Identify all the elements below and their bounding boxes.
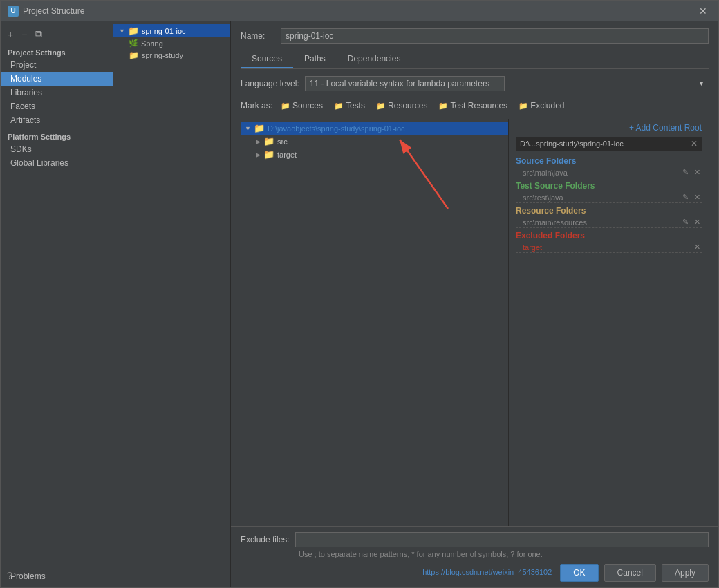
- module-tree-item-spring[interactable]: 🌿 Spring: [113, 37, 230, 49]
- props-panel: + Add Content Root D:\...spring-study\sp…: [508, 119, 709, 526]
- tests-mark-icon: 📁: [334, 102, 344, 111]
- module-tree-item-spring-01-ioc[interactable]: ▼ 📁 spring-01-ioc: [113, 24, 230, 37]
- tab-paths[interactable]: Paths: [293, 50, 337, 68]
- excluded-mark-icon: 📁: [519, 102, 528, 111]
- platform-settings-header: Platform Settings: [1, 127, 113, 142]
- source-folders-title: Source Folders: [516, 156, 702, 166]
- bottom-section: Exclude files: Use ; to separate name pa…: [231, 526, 718, 587]
- test-resources-mark-icon: 📁: [438, 102, 448, 111]
- edit-test-folder-button[interactable]: ✎: [681, 193, 690, 202]
- mark-tests-button[interactable]: 📁 Tests: [331, 99, 368, 112]
- mark-test-resources-button[interactable]: 📁 Test Resources: [436, 99, 510, 112]
- tab-dependencies[interactable]: Dependencies: [337, 50, 412, 68]
- tests-mark-label: Tests: [346, 101, 365, 111]
- remove-excluded-folder-button[interactable]: ✕: [693, 243, 702, 252]
- sidebar-item-sdks[interactable]: SDKs: [1, 142, 113, 156]
- sidebar-item-modules[interactable]: Modules: [1, 72, 113, 86]
- module-tree-item-spring-study[interactable]: 📁 spring-study: [113, 49, 230, 61]
- language-level-select[interactable]: 11 - Local variable syntax for lambda pa…: [305, 76, 505, 91]
- expand-arrow-spring-01-ioc: ▼: [119, 28, 125, 35]
- tree-root-folder[interactable]: ▼ 📁 D:\javaobjects\spring-study\spring-0…: [241, 122, 508, 135]
- sidebar-item-label: Global Libraries: [10, 158, 68, 168]
- tab-sources[interactable]: Sources: [241, 50, 293, 68]
- tabs-row: Sources Paths Dependencies: [241, 50, 709, 69]
- root-expand-arrow: ▼: [245, 125, 251, 132]
- test-resources-mark-label: Test Resources: [450, 101, 507, 111]
- spring-study-folder-icon: 📁: [129, 50, 139, 60]
- app-icon: U: [8, 6, 19, 17]
- window-title: Project Structure: [23, 6, 84, 16]
- sidebar-item-label: Libraries: [10, 88, 42, 97]
- tree-item-src[interactable]: ▶ 📁 src: [241, 135, 508, 148]
- test-folder-row: src\test\java ✎ ✕: [516, 192, 702, 203]
- file-tree: ▼ 📁 D:\javaobjects\spring-study\spring-0…: [241, 119, 508, 526]
- add-module-button[interactable]: +: [5, 28, 16, 41]
- mark-as-label: Mark as:: [241, 101, 272, 111]
- sidebar-item-facets[interactable]: Facets: [1, 99, 113, 113]
- tree-item-target[interactable]: ▶ 📁 target: [241, 148, 508, 161]
- edit-source-folder-button[interactable]: ✎: [681, 168, 690, 177]
- ok-button[interactable]: OK: [560, 564, 598, 582]
- name-label: Name:: [241, 31, 275, 41]
- project-settings-header: Project Settings: [1, 46, 113, 58]
- root-folder-icon: 📁: [254, 123, 265, 133]
- exclude-files-input[interactable]: [295, 532, 709, 547]
- name-input[interactable]: [281, 28, 709, 44]
- sidebar-item-project[interactable]: Project: [1, 58, 113, 72]
- language-level-row: Language level: 11 - Local variable synt…: [241, 76, 709, 91]
- sidebar-item-label: Facets: [10, 102, 35, 111]
- excluded-mark-label: Excluded: [530, 101, 564, 111]
- excluded-folder-row: target ✕: [516, 242, 702, 253]
- resource-folders-title: Resource Folders: [516, 206, 702, 216]
- name-row: Name:: [241, 28, 709, 44]
- mark-resources-button[interactable]: 📁 Resources: [373, 99, 430, 112]
- apply-button[interactable]: Apply: [662, 564, 709, 582]
- remove-resource-folder-button[interactable]: ✕: [693, 218, 702, 227]
- resource-folder-path: src\main\resources: [523, 218, 587, 227]
- close-button[interactable]: ✕: [695, 4, 711, 18]
- remove-source-folder-button[interactable]: ✕: [693, 168, 702, 177]
- props-header: + Add Content Root: [516, 123, 702, 133]
- module-name-spring: Spring: [141, 39, 163, 48]
- add-content-root-button[interactable]: + Add Content Root: [629, 123, 702, 133]
- target-expand-arrow: ▶: [256, 151, 261, 158]
- sources-mark-icon: 📁: [281, 102, 290, 111]
- language-level-label: Language level:: [241, 79, 299, 88]
- test-source-folders-title: Test Source Folders: [516, 181, 702, 191]
- sidebar-item-label: SDKs: [10, 144, 32, 154]
- sources-mark-label: Sources: [292, 101, 323, 111]
- copy-module-button[interactable]: ⧉: [32, 27, 45, 41]
- sidebar-item-artifacts[interactable]: Artifacts: [1, 113, 113, 127]
- module-folder-icon: 📁: [128, 26, 139, 36]
- target-label: target: [277, 151, 297, 159]
- sidebar-toolbar: + − ⧉: [1, 26, 113, 46]
- sidebar-item-libraries[interactable]: Libraries: [1, 86, 113, 99]
- exclude-files-hint: Use ; to separate name patterns, * for a…: [241, 550, 709, 558]
- target-folder-icon: 📁: [263, 149, 274, 160]
- remove-module-button[interactable]: −: [19, 28, 30, 41]
- props-path-close-button[interactable]: ✕: [691, 139, 698, 149]
- source-folder-row: src\main\java ✎ ✕: [516, 167, 702, 178]
- cancel-button[interactable]: Cancel: [604, 564, 656, 582]
- mark-excluded-button[interactable]: 📁 Excluded: [516, 99, 567, 112]
- help-button[interactable]: ?: [7, 570, 12, 581]
- excluded-folder-path: target: [523, 243, 542, 252]
- module-name-spring-study: spring-study: [142, 51, 183, 59]
- remove-test-folder-button[interactable]: ✕: [693, 193, 702, 202]
- mark-sources-button[interactable]: 📁 Sources: [278, 99, 326, 112]
- sidebar-item-label: Project: [10, 60, 36, 70]
- source-folder-path: src\main\java: [523, 169, 568, 177]
- sidebar-item-problems[interactable]: Problems: [1, 569, 113, 583]
- spring-icon: 🌿: [129, 39, 138, 48]
- root-path-label: D:\javaobjects\spring-study\spring-01-io…: [268, 124, 405, 133]
- props-path-row: D:\...spring-study\spring-01-ioc ✕: [516, 137, 702, 151]
- title-bar: U Project Structure ✕: [1, 1, 718, 21]
- src-folder-icon: 📁: [263, 136, 274, 146]
- exclude-files-label: Exclude files:: [241, 535, 290, 544]
- props-path-text: D:\...spring-study\spring-01-ioc: [520, 140, 624, 148]
- content-area: ▼ 📁 D:\javaobjects\spring-study\spring-0…: [241, 119, 709, 526]
- mark-as-row: Mark as: 📁 Sources 📁 Tests 📁: [241, 99, 709, 112]
- edit-resource-folder-button[interactable]: ✎: [681, 218, 690, 227]
- sidebar-item-global-libraries[interactable]: Global Libraries: [1, 156, 113, 170]
- sidebar: + − ⧉ Project Settings Project Modules L…: [1, 21, 113, 587]
